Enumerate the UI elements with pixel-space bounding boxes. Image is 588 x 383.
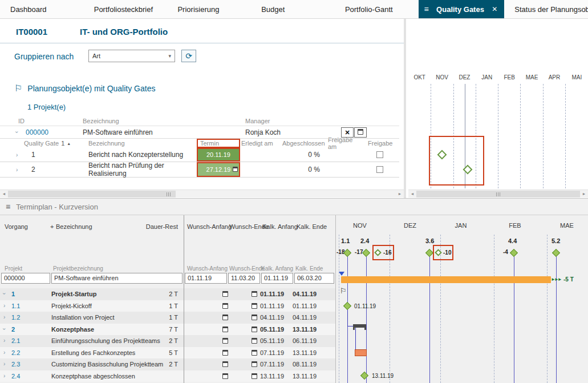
col-quality-gate[interactable]: Quality Gate 1 ▲ <box>24 140 88 147</box>
col-bezeichnung[interactable]: Bezeichnung <box>56 223 92 230</box>
tab-priorisierung[interactable]: Priorisierung <box>167 0 251 18</box>
calendar-icon[interactable] <box>252 373 257 379</box>
calendar-icon[interactable] <box>222 303 228 309</box>
col-termin[interactable]: Termin <box>197 139 240 148</box>
calendar-icon[interactable] <box>222 350 228 356</box>
collapse-chevron-icon[interactable]: › <box>14 131 20 133</box>
tab-dashboard[interactable]: Dashboard <box>0 0 84 18</box>
add-task-icon[interactable]: + <box>50 223 54 230</box>
col-erledigt-am[interactable]: Erledigt am <box>240 140 282 147</box>
menu-icon[interactable]: ≡ <box>6 202 10 211</box>
expand-chevron-icon[interactable]: › <box>3 314 5 320</box>
task-row[interactable]: › 1.1 Projekt-Kickoff 1 T 01.11.19 01.11… <box>0 300 335 312</box>
project-name-field[interactable]: PM-Software einführen <box>51 273 183 284</box>
gate-termin-cell[interactable]: 27.12.19 <box>197 162 240 177</box>
task-row[interactable]: › 2.1 Einführungsschulung des Projekttea… <box>0 335 335 347</box>
expand-chevron-icon[interactable]: › <box>16 152 25 158</box>
tab-quality-gates[interactable]: ≡ Quality Gates ✕ <box>419 0 505 18</box>
wunsch-anfang-field[interactable]: 01.11.19 <box>185 273 227 284</box>
refresh-button[interactable]: ⟳ <box>181 50 196 62</box>
horizontal-scrollbar[interactable]: ◄ ► <box>408 190 588 197</box>
task-row[interactable]: › 1.2 Installation von Project 1 T 04.11… <box>0 312 335 324</box>
col-freigabe[interactable]: Freigabe <box>361 140 399 147</box>
calendar-icon[interactable] <box>222 338 228 344</box>
delete-button[interactable]: ✕ <box>341 127 354 138</box>
project-id[interactable]: 000000 <box>26 128 48 136</box>
calendar-icon[interactable] <box>252 338 257 344</box>
kalk-ende-field[interactable]: 06.03.20 <box>294 273 334 284</box>
project-row[interactable]: › 000000 PM-Software einführen Ronja Koc… <box>0 126 399 139</box>
start-flag-icon[interactable]: ⚐ <box>340 287 347 295</box>
quality-gate-diamond[interactable] <box>374 249 382 256</box>
col-gate-bezeichnung[interactable]: Bezeichnung <box>88 140 197 147</box>
terminplan-header[interactable]: ≡ Terminplan - Kurzversion <box>0 198 588 215</box>
project-bar[interactable] <box>341 276 551 283</box>
col-vorgang[interactable]: Vorgang <box>5 223 28 230</box>
calendar-icon[interactable] <box>252 361 257 367</box>
collapse-chevron-icon[interactable]: › <box>1 293 7 295</box>
task-milestone-diamond[interactable] <box>360 372 368 380</box>
expand-chevron-icon[interactable]: › <box>3 303 5 309</box>
calendar-icon[interactable] <box>222 326 228 332</box>
milestone-diamond[interactable] <box>510 249 518 257</box>
expand-chevron-icon[interactable]: › <box>16 167 25 173</box>
quality-gate-diamond[interactable] <box>435 249 442 256</box>
close-tab-icon[interactable]: ✕ <box>492 5 497 13</box>
scrollbar-thumb[interactable] <box>416 191 580 197</box>
freigabe-checkbox[interactable] <box>376 166 383 173</box>
expand-chevron-icon[interactable]: › <box>3 337 5 344</box>
gate-row[interactable]: › 2 Bericht nach Prüfung der Realisierun… <box>0 162 399 178</box>
phase-summary-bar[interactable] <box>353 324 366 328</box>
task-row[interactable]: › 2 Konzeptphase 7 T 05.11.19 13.11.19 <box>0 324 335 336</box>
calendar-icon[interactable] <box>252 350 257 356</box>
menu-icon[interactable]: ≡ <box>424 5 429 14</box>
quality-gate-diamond[interactable] <box>437 150 447 160</box>
calendar-icon[interactable] <box>252 326 257 332</box>
calendar-icon[interactable] <box>222 315 228 320</box>
calendar-icon[interactable] <box>222 373 228 379</box>
quality-gate-diamond[interactable] <box>463 165 473 175</box>
calendar-button[interactable] <box>354 127 367 138</box>
tab-budget[interactable]: Budget <box>251 0 335 18</box>
group-by-select[interactable]: Art ▾ <box>88 50 175 62</box>
col-bezeichnung[interactable]: Bezeichnung <box>83 118 245 124</box>
scroll-right-icon[interactable]: ► <box>581 191 587 197</box>
col-wunsch-anfang[interactable]: Wunsch-Anfang <box>187 223 232 230</box>
task-row[interactable]: › 1 Projekt-Startup 2 T 01.11.19 04.11.1… <box>0 288 335 300</box>
col-abgeschlossen[interactable]: Abgeschlossen <box>282 140 322 147</box>
scroll-left-icon[interactable]: ◄ <box>1 191 7 197</box>
task-milestone-diamond[interactable] <box>343 302 351 310</box>
task-row[interactable]: › 2.3 Customizing Basisschulung Projektt… <box>0 358 335 370</box>
kalk-anfang-field[interactable]: 01.11.19 <box>261 273 293 284</box>
freigabe-checkbox[interactable] <box>376 151 383 158</box>
milestone-diamond[interactable] <box>552 249 560 257</box>
gate-termin-cell[interactable]: 20.11.19 <box>197 148 240 162</box>
expand-chevron-icon[interactable]: › <box>3 361 5 367</box>
scroll-left-icon[interactable]: ◄ <box>409 191 416 197</box>
table-gantt-separator[interactable] <box>335 215 336 383</box>
expand-chevron-icon[interactable]: › <box>3 349 5 356</box>
tab-portfoliosteckbrief[interactable]: Portfoliosteckbrief <box>84 0 168 18</box>
milestone-diamond[interactable] <box>362 249 370 257</box>
horizontal-scrollbar[interactable]: ◄ ► <box>0 190 404 197</box>
milestone-diamond[interactable] <box>425 249 433 257</box>
tab-portfolio-gantt[interactable]: Portfolio-Gantt <box>335 0 419 18</box>
col-id[interactable]: ID <box>0 118 83 124</box>
expand-chevron-icon[interactable]: › <box>3 373 5 379</box>
scroll-right-icon[interactable]: ► <box>396 191 403 197</box>
calendar-icon[interactable] <box>233 167 238 172</box>
task-row[interactable]: › 2.4 Konzeptphase abgeschlossen 13.11.1… <box>0 370 335 382</box>
task-bar[interactable] <box>355 349 367 356</box>
tab-status-planungsobjekte[interactable]: Status der Planungsobjekte <box>504 0 588 18</box>
col-manager[interactable]: Manager <box>245 118 399 124</box>
scrollbar-thumb[interactable] <box>8 191 176 197</box>
project-id-field[interactable]: 000000 <box>1 273 50 284</box>
calendar-icon[interactable] <box>222 361 228 367</box>
gate-row[interactable]: › 1 Bericht nach Konzepterstellung 20.11… <box>0 148 399 162</box>
collapse-chevron-icon[interactable]: › <box>1 328 7 329</box>
col-dauer-rest[interactable]: Dauer-Rest <box>143 223 178 230</box>
calendar-icon[interactable] <box>252 303 257 309</box>
col-kalk-ende[interactable]: Kalk. Ende <box>297 223 327 230</box>
wunsch-ende-field[interactable]: 11.03.20 <box>228 273 260 284</box>
calendar-icon[interactable] <box>222 291 228 297</box>
